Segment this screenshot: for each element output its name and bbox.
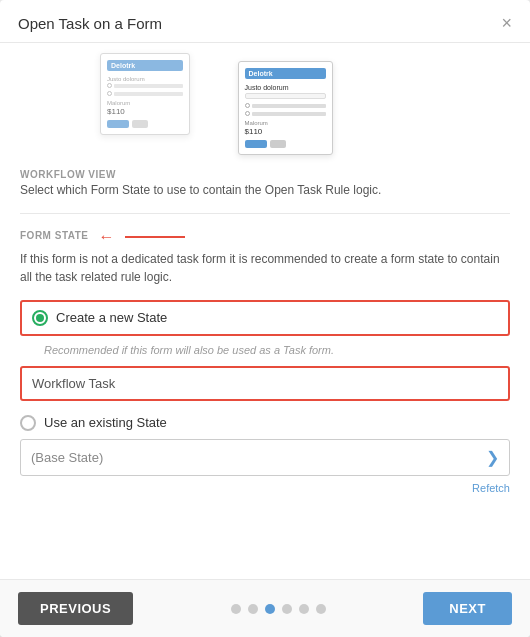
pagination-dots bbox=[231, 604, 326, 614]
dialog-footer: PREVIOUS NEXT bbox=[0, 579, 530, 637]
create-new-radio[interactable] bbox=[32, 310, 48, 326]
close-button[interactable]: × bbox=[501, 14, 512, 32]
base-state-value: (Base State) bbox=[31, 450, 103, 465]
workflow-view-label: WORKFLOW VIEW bbox=[20, 169, 510, 180]
form-state-section: FORM STATE ← If this form is not a dedic… bbox=[20, 228, 510, 494]
dialog-body: Delotrk Justo dolorum Malorum $110 bbox=[0, 43, 530, 579]
dialog: Open Task on a Form × Delotrk Justo dolo… bbox=[0, 0, 530, 637]
arrow-line bbox=[125, 236, 185, 238]
mock-front-field-1: Justo dolorum bbox=[245, 84, 326, 99]
divider bbox=[20, 213, 510, 214]
dot-1 bbox=[231, 604, 241, 614]
previous-button[interactable]: PREVIOUS bbox=[18, 592, 133, 625]
dot-3 bbox=[265, 604, 275, 614]
use-existing-label: Use an existing State bbox=[44, 415, 167, 430]
mock-form-back: Delotrk Justo dolorum Malorum $110 bbox=[100, 53, 190, 135]
recommended-text: Recommended if this form will also be us… bbox=[44, 344, 510, 356]
refetch-link[interactable]: Refetch bbox=[20, 482, 510, 494]
use-existing-radio[interactable] bbox=[20, 415, 36, 431]
mock-form-front: Delotrk Justo dolorum Maloru bbox=[238, 61, 333, 155]
arrow-indicator: ← bbox=[99, 228, 115, 246]
dot-2 bbox=[248, 604, 258, 614]
form-state-desc: If this form is not a dedicated task for… bbox=[20, 250, 510, 286]
use-existing-option[interactable]: Use an existing State bbox=[20, 415, 510, 431]
workflow-preview: Delotrk Justo dolorum Malorum $110 bbox=[20, 43, 510, 169]
mock-form-back-title: Delotrk bbox=[107, 60, 183, 71]
dot-4 bbox=[282, 604, 292, 614]
create-new-state-box[interactable]: Create a new State bbox=[20, 300, 510, 336]
form-state-label: FORM STATE bbox=[20, 230, 89, 241]
mock-field-2: Malorum $110 bbox=[107, 100, 183, 116]
state-name-input[interactable] bbox=[20, 366, 510, 401]
workflow-view-desc: Select which Form State to use to contai… bbox=[20, 182, 510, 199]
next-button[interactable]: NEXT bbox=[423, 592, 512, 625]
mock-field-1: Justo dolorum bbox=[107, 76, 183, 96]
dot-6 bbox=[316, 604, 326, 614]
dot-5 bbox=[299, 604, 309, 614]
form-state-header: FORM STATE ← bbox=[20, 228, 510, 246]
chevron-down-icon: ❯ bbox=[486, 448, 499, 467]
create-new-label: Create a new State bbox=[56, 310, 167, 325]
dialog-title: Open Task on a Form bbox=[18, 15, 162, 32]
base-state-dropdown[interactable]: (Base State) ❯ bbox=[20, 439, 510, 476]
mock-form-front-title: Delotrk bbox=[245, 68, 326, 79]
dialog-header: Open Task on a Form × bbox=[0, 0, 530, 43]
workflow-view-section: WORKFLOW VIEW Select which Form State to… bbox=[20, 169, 510, 199]
